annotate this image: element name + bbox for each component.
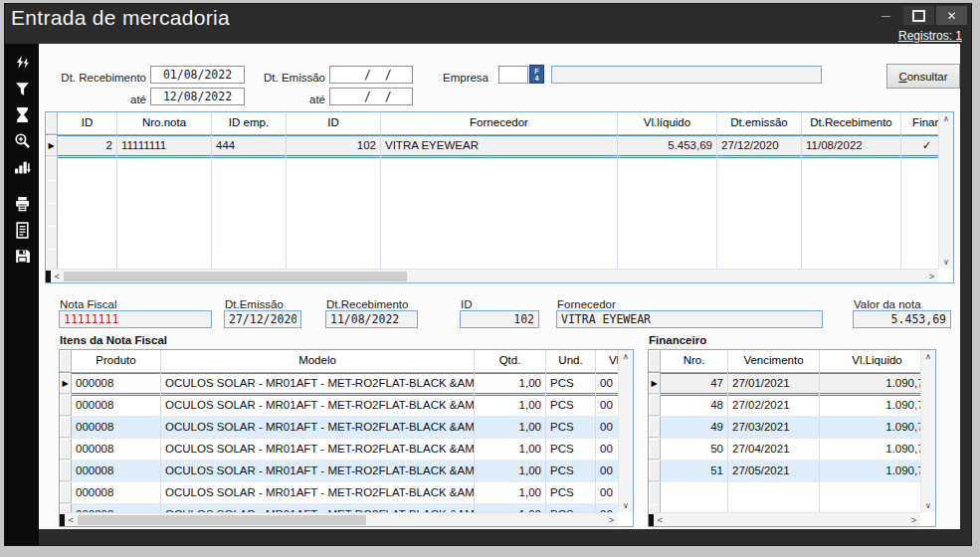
- cell[interactable]: 1,00: [475, 482, 546, 503]
- column-header[interactable]: Dt.Recebimento: [802, 112, 901, 134]
- grid-row[interactable]: ▶4727/01/20211.090,74: [649, 373, 935, 395]
- row-selector-cell[interactable]: [60, 417, 72, 438]
- grid-row[interactable]: 000008OCULOS SOLAR - MR01AFT - MET-RO2FL…: [60, 417, 633, 439]
- financeiro-hscrollbar[interactable]: < >: [649, 512, 920, 526]
- column-header[interactable]: ID: [287, 112, 381, 134]
- empresa-code-input[interactable]: [498, 66, 528, 84]
- zoom-button[interactable]: [10, 130, 34, 150]
- scroll-right-icon[interactable]: >: [907, 515, 920, 525]
- cell[interactable]: 1.090,74: [820, 395, 935, 416]
- maximize-button[interactable]: [903, 6, 934, 25]
- cell[interactable]: 27/03/2021: [728, 417, 820, 438]
- cell[interactable]: 1.090,74: [820, 417, 935, 438]
- grid-row[interactable]: 5027/04/20211.090,74: [649, 439, 935, 461]
- row-selector-cell[interactable]: [649, 439, 661, 460]
- cell[interactable]: 000008: [72, 482, 161, 503]
- empresa-lookup-button[interactable]: F4: [529, 65, 544, 84]
- cell[interactable]: PCS: [546, 439, 596, 460]
- report-button[interactable]: [10, 220, 34, 240]
- itens-vscrollbar[interactable]: ∧ ∨: [618, 350, 633, 512]
- minimize-button[interactable]: —: [871, 6, 901, 25]
- cell[interactable]: 5.453,69: [618, 135, 717, 156]
- row-selector-cell[interactable]: ▶: [46, 135, 58, 156]
- cell[interactable]: PCS: [546, 417, 596, 438]
- cell[interactable]: 1,00: [475, 395, 546, 416]
- cell[interactable]: 1.090,73: [820, 461, 935, 481]
- grid-row[interactable]: 4827/02/20211.090,74: [649, 395, 935, 417]
- cell[interactable]: PCS: [546, 482, 596, 503]
- cell[interactable]: 000008: [72, 461, 161, 481]
- consultar-button[interactable]: Consultar: [886, 64, 960, 89]
- close-button[interactable]: ✕: [936, 6, 967, 25]
- detail-id-input[interactable]: [460, 310, 539, 328]
- cell[interactable]: 48: [661, 395, 728, 416]
- dt-recebimento-de-input[interactable]: [150, 66, 245, 84]
- scroll-left-icon[interactable]: <: [51, 272, 64, 281]
- row-selector-cell[interactable]: [649, 417, 661, 438]
- registros-link[interactable]: Registros: 1: [898, 29, 962, 43]
- detail-fornecedor-input[interactable]: [556, 310, 823, 328]
- save-button[interactable]: [10, 246, 34, 266]
- row-selector-cell[interactable]: [60, 461, 72, 481]
- cell[interactable]: 51: [661, 461, 728, 481]
- row-selector-cell[interactable]: ▶: [649, 373, 661, 394]
- cell[interactable]: 27/05/2021: [728, 461, 820, 481]
- grid-row[interactable]: 000008OCULOS SOLAR - MR01AFT - MET-RO2FL…: [60, 461, 633, 482]
- cell[interactable]: 1,00: [475, 439, 546, 460]
- scroll-right-icon[interactable]: >: [605, 515, 618, 525]
- cell[interactable]: 1,00: [475, 417, 546, 438]
- row-selector-cell[interactable]: [60, 439, 72, 460]
- print-button[interactable]: [10, 194, 34, 214]
- row-selector-cell[interactable]: [60, 395, 72, 416]
- cell[interactable]: 11111111: [117, 135, 212, 156]
- cell[interactable]: VITRA EYEWEAR: [381, 135, 618, 156]
- column-header[interactable]: Produto: [72, 350, 161, 372]
- cell[interactable]: 000008: [72, 395, 161, 416]
- scroll-down-icon[interactable]: ∨: [925, 499, 931, 512]
- cell[interactable]: 1,00: [475, 373, 546, 394]
- cell[interactable]: 27/12/2020: [717, 135, 802, 156]
- cell[interactable]: 47: [661, 373, 728, 394]
- scroll-up-icon[interactable]: ∧: [943, 112, 949, 125]
- cell[interactable]: 000008: [72, 373, 161, 394]
- hscroll-thumb[interactable]: [78, 515, 366, 525]
- grid-row[interactable]: ▶211111111444102VITRA EYEWEAR5.453,6927/…: [46, 135, 953, 157]
- dt-recebimento-ate-input[interactable]: [150, 88, 245, 105]
- cell[interactable]: 1.090,74: [820, 439, 935, 460]
- column-header[interactable]: ID emp.: [212, 112, 287, 134]
- financeiro-vscrollbar[interactable]: ∧ ∨: [920, 350, 935, 512]
- grid-row[interactable]: ▶000008OCULOS SOLAR - MR01AFT - MET-RO2F…: [60, 373, 633, 395]
- notas-vscrollbar[interactable]: ∧ ∨: [938, 112, 953, 269]
- column-header[interactable]: Modelo: [161, 350, 475, 372]
- row-selector-cell[interactable]: [649, 395, 661, 416]
- column-header[interactable]: Vencimento: [728, 350, 820, 372]
- cell[interactable]: 27/02/2021: [728, 395, 820, 416]
- cell[interactable]: PCS: [546, 395, 596, 416]
- cell[interactable]: 1.090,74: [820, 373, 935, 394]
- itens-hscrollbar[interactable]: < >: [60, 512, 618, 526]
- cell[interactable]: 49: [661, 417, 728, 438]
- cell[interactable]: 27/01/2021: [728, 373, 820, 394]
- scroll-down-icon[interactable]: ∨: [623, 499, 629, 512]
- dt-emissao-de-input[interactable]: [329, 66, 413, 84]
- scroll-up-icon[interactable]: ∧: [925, 350, 931, 363]
- cell[interactable]: 2: [58, 135, 117, 156]
- filter-button[interactable]: [10, 79, 34, 98]
- column-header[interactable]: Vl.líquido: [618, 112, 717, 134]
- notas-hscrollbar[interactable]: < >: [46, 269, 938, 282]
- column-header[interactable]: Nro.: [661, 350, 728, 372]
- cell[interactable]: OCULOS SOLAR - MR01AFT - MET-RO2FLAT-BLA…: [161, 417, 475, 438]
- empresa-nome-input[interactable]: [551, 66, 822, 84]
- hourglass-button[interactable]: [10, 104, 34, 124]
- nota-fiscal-input[interactable]: [59, 310, 212, 328]
- row-selector-cell[interactable]: [60, 482, 72, 503]
- detail-dt-emissao-input[interactable]: [224, 310, 301, 328]
- cell[interactable]: 50: [661, 439, 728, 460]
- column-header[interactable]: Und.: [546, 350, 596, 372]
- cell[interactable]: 000008: [72, 439, 161, 460]
- detail-dt-recebimento-input[interactable]: [325, 310, 418, 328]
- grid-row[interactable]: 5127/05/20211.090,73: [649, 461, 935, 482]
- column-header[interactable]: Fornecedor: [381, 112, 618, 134]
- hscroll-thumb[interactable]: [64, 272, 407, 281]
- grid-row[interactable]: 000008OCULOS SOLAR - MR01AFT - MET-RO2FL…: [60, 482, 633, 504]
